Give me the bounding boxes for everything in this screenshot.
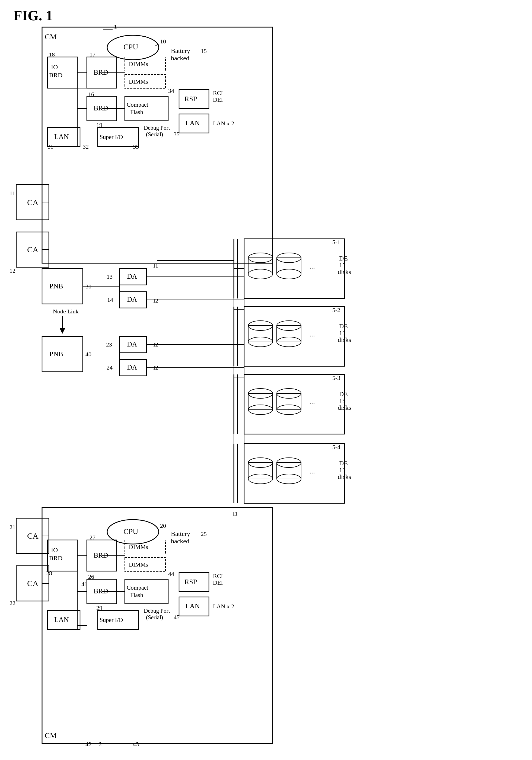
svg-text:Flash: Flash [130,592,143,598]
battery-backed-bottom: Battery [171,530,190,537]
svg-marker-32 [60,328,65,334]
debug-port-top: Debug Port [144,124,170,131]
debug-port-bottom: Debug Port [144,607,170,614]
lan-bottom-left: LAN [54,616,69,624]
svg-rect-47 [277,326,301,342]
ref-32: 32 [83,143,89,150]
ref-15: 15 [201,47,207,54]
compact-flash-bottom: Compact [127,584,148,591]
dots-5-3: ... [309,398,315,406]
cpu-top: CPU [123,43,138,51]
ref-42: 42 [85,741,91,747]
node-link-label: Node Link [53,308,79,315]
svg-text:disks: disks [338,473,351,480]
ref-24: 24 [107,364,113,371]
super-io-top: Super I/O [100,133,123,140]
ref-17: 17 [89,51,95,58]
de-53-label: DE [339,391,348,398]
ref-29: 29 [96,604,102,611]
svg-text:Flash: Flash [130,109,143,115]
super-io-bottom: Super I/O [100,616,123,623]
ref-20: 20 [160,522,166,529]
svg-text:BRD: BRD [49,71,62,79]
svg-text:15: 15 [339,329,346,336]
da-23: DA [127,340,137,348]
ref-23: 23 [106,341,112,348]
ref-5-4: 5-4 [332,444,340,451]
ref-2: 2 [99,741,102,747]
io-brd-top: IO [51,64,58,71]
cpu-bottom: CPU [123,527,138,536]
ref-5-2: 5-2 [332,307,340,313]
rci-dei-top: RCI [213,90,223,96]
brd-top-2: BRD [94,104,108,112]
svg-rect-91 [42,507,273,743]
ref-13: 13 [107,273,113,280]
da-24: DA [127,363,137,371]
ref-44: 44 [168,570,174,577]
ca-11: CA [27,198,38,207]
pnb-bottom: PNB [49,350,63,358]
ref-34: 34 [168,87,174,94]
svg-rect-44 [248,326,273,342]
diagram-container: FIG. 1 CM 1 CPU 10 Battery backed 15 IO … [0,0,532,760]
ref-27: 27 [89,534,95,541]
ref-26: 26 [88,573,94,580]
brd-bottom-1: BRD [94,551,108,559]
cm-bottom-label: CM [45,731,57,740]
brd-top-1: BRD [94,69,108,76]
dimms-top-1: DIMMs [129,61,148,67]
ref-43: 43 [133,741,139,747]
fig-title: FIG. 1 [14,8,53,23]
de-51-label: DE [339,255,348,262]
da-13: DA [127,272,137,280]
svg-rect-62 [248,463,273,479]
svg-text:DEI: DEI [213,96,223,103]
svg-text:15: 15 [339,466,346,473]
ref-18: 18 [49,51,55,58]
rsp-top: RSP [184,95,197,103]
de-54-label: DE [339,460,348,467]
ref-5-3: 5-3 [332,374,340,381]
ref-21: 21 [10,524,16,531]
ref-41: 41 [81,581,87,588]
svg-text:disks: disks [338,336,351,343]
svg-rect-53 [248,394,273,410]
dimms-bottom-1: DIMMs [129,544,148,550]
dots-5-1: ... [309,262,315,270]
svg-text:backed: backed [171,538,189,545]
svg-text:DEI: DEI [213,579,223,586]
ref-33: 33 [133,143,139,150]
svg-rect-60 [244,444,345,503]
pnb-top: PNB [49,282,63,290]
io-brd-bottom: IO [51,546,58,553]
rsp-bottom: RSP [184,578,197,586]
ref-1: 1 [114,23,117,30]
svg-rect-0 [42,27,273,263]
brd-bottom-2: BRD [94,587,108,595]
lan-bottom-right: LAN [185,602,200,610]
ref-22: 22 [10,600,16,606]
lan-top-right: LAN [185,119,200,127]
ref-45: 45 [173,614,179,621]
ref-11: 11 [10,190,15,197]
dots-5-4: ... [309,467,315,475]
dimms-top-2: DIMMs [129,78,148,85]
ref-19: 19 [96,121,102,128]
ref-31: 31 [47,143,53,150]
compact-flash-top: Compact [127,101,148,108]
cm-top-label: CM [45,32,57,41]
dimms-bottom-2: DIMMs [129,561,148,568]
ref-16: 16 [88,91,94,98]
svg-text:backed: backed [171,55,189,62]
svg-rect-38 [277,258,301,274]
svg-text:15: 15 [339,261,346,269]
svg-rect-51 [244,374,345,434]
dots-5-2: ... [309,330,315,338]
svg-rect-56 [277,394,301,410]
i1-top: I1 [153,262,158,269]
svg-rect-42 [244,307,345,366]
i1-bottom-right: I1 [233,510,238,517]
lan-x2-top: LAN x 2 [213,120,234,127]
svg-text:(Serial): (Serial) [146,131,163,138]
